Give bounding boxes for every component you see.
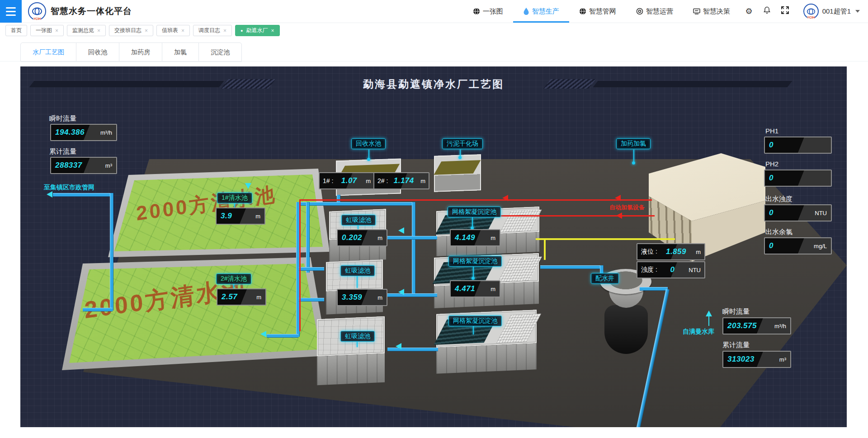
arrow-red-left-2 — [615, 195, 621, 201]
leader-dosing — [633, 150, 634, 162]
app-title: 智慧水务一体化平台 — [51, 5, 132, 17]
close-icon[interactable]: × — [55, 28, 58, 34]
ring-icon — [636, 8, 643, 15]
municipal-network-label: 至集镇区市政管网 — [44, 184, 94, 192]
leader-dot-recycle — [367, 158, 370, 161]
arrow-left-row2 — [398, 289, 404, 295]
tab-label: 勐遮水厂 — [246, 27, 268, 34]
nav-item-smart-production[interactable]: 智慧生产 — [513, 0, 569, 23]
leader-grid-2 — [473, 267, 474, 278]
inflow-total-label: 累计流量 — [722, 341, 750, 349]
siphon2-level-box: 3.359 m — [337, 289, 387, 306]
water-drop-icon — [523, 8, 529, 15]
pipe-outlet-to-pool2 — [83, 308, 113, 311]
outflow-instant-label: 瞬时流量 — [49, 114, 76, 123]
grid1-level-value: 4.149 — [455, 233, 475, 242]
inflow-instant-unit: m³/h — [774, 323, 786, 330]
well-turbidity-unit: NTU — [689, 267, 701, 273]
effluent-turbidity-box: 0 NTU — [764, 204, 832, 221]
subtab-process-diagram[interactable]: 水厂工艺图 — [21, 43, 76, 61]
tab-label: 交接班日志 — [114, 27, 142, 34]
subtab-dosing-room[interactable]: 加药房 — [119, 43, 162, 61]
close-icon[interactable]: × — [271, 28, 274, 34]
recycle-level1-box: 1# : 1.07 m — [319, 172, 375, 189]
tag-grid-3: 网格絮凝沉淀池 — [448, 316, 502, 326]
pipe-pool1-stub — [299, 267, 324, 271]
tab-label: 一张图 — [36, 27, 52, 34]
pipe-well-out — [640, 287, 668, 291]
user-menu[interactable]: YCIH 001超管1 — [797, 4, 860, 19]
tab-home[interactable]: 首页 — [5, 25, 27, 36]
tab-label: 监测总览 — [72, 27, 94, 34]
logo-text: YCIH — [33, 18, 41, 20]
recycle-level2-value: 1.174 — [394, 176, 414, 185]
subtab-recycle-pool[interactable]: 回收池 — [76, 43, 119, 61]
fullscreen-icon[interactable] — [776, 6, 794, 16]
residual-chlorine-label: 出水余氯 — [765, 228, 793, 236]
outflow-instant-unit: m³/h — [100, 129, 112, 136]
monitor-icon — [693, 8, 700, 15]
well-turbidity-box: 浊度 : 0 NTU — [637, 261, 705, 278]
notifications-bell-icon[interactable] — [758, 6, 776, 16]
pipe-pool2-feed — [267, 334, 298, 338]
arrow-left-outlet — [47, 191, 52, 198]
outflow-instant-value: 194.386 — [55, 128, 85, 137]
nav-item-smart-operation[interactable]: 智慧运营 — [626, 0, 683, 23]
tag-grid-2: 网格絮凝沉淀池 — [448, 256, 502, 267]
leader-dot-sludge — [458, 156, 462, 159]
leader-siphon-2 — [357, 276, 358, 288]
close-icon[interactable]: × — [97, 28, 100, 34]
tab-label: 调度日志 — [198, 27, 220, 34]
pipe-row3 — [387, 348, 438, 351]
subtab-chlorination[interactable]: 加氯 — [162, 43, 199, 61]
inflow-total-value: 313023 — [727, 355, 755, 364]
arrow-left-pool-feed — [260, 331, 266, 337]
primary-nav: 一张图 智慧生产 智慧管网 智慧运营 智慧决策 — [463, 0, 740, 23]
close-icon[interactable]: × — [145, 28, 148, 34]
hamburger-menu-button[interactable] — [0, 0, 22, 23]
well-level-label: 液位 : — [641, 248, 657, 256]
settings-gear-icon[interactable]: ⚙ — [740, 6, 758, 16]
tab-shift-log[interactable]: 交接班日志× — [109, 25, 153, 36]
tag-siphon-1: 虹吸滤池 — [341, 215, 376, 226]
inflow-total-box: 313023 m³ — [722, 351, 791, 368]
pipe-yellow-h — [536, 238, 675, 240]
tag-dosing: 加药加氯 — [616, 138, 651, 149]
tag-siphon-2: 虹吸滤池 — [340, 265, 375, 276]
leader-siphon-1 — [358, 226, 359, 229]
tab-duty-roster[interactable]: 值班表× — [156, 25, 190, 36]
well-turbidity-label: 浊度 : — [641, 266, 657, 274]
sludge-yard-structure — [434, 154, 481, 192]
tab-one-map[interactable]: 一张图× — [30, 25, 64, 36]
siphon2-level-value: 3.359 — [342, 293, 362, 302]
subtab-sedimentation[interactable]: 沉淀池 — [199, 43, 241, 61]
outflow-total-unit: m³ — [105, 162, 112, 169]
leader-grid-1 — [472, 217, 473, 227]
plant-subtabs: 水厂工艺图 回收池 加药房 加氯 沉淀池 — [20, 42, 242, 62]
ph2-label: PH2 — [765, 160, 778, 168]
arrow-red-left-1 — [502, 195, 508, 201]
leader-dot-grid-2 — [472, 277, 475, 280]
residual-chlorine-unit: mg/L — [814, 243, 827, 250]
recycle-level1-value: 1.07 — [341, 176, 357, 185]
reservoir-label: 自满曼水库 — [683, 328, 714, 336]
pipe-red-v — [299, 199, 301, 331]
tab-monitor-overview[interactable]: 监测总览× — [67, 25, 106, 36]
globe-icon — [473, 8, 480, 15]
tag-sludge-yard: 污泥干化场 — [442, 138, 483, 149]
outflow-instant-box: 194.386 m³/h — [50, 124, 117, 141]
tab-dispatch-log[interactable]: 调度日志× — [193, 25, 232, 36]
tab-mengzhe-plant[interactable]: ●勐遮水厂× — [235, 25, 279, 36]
close-icon[interactable]: × — [223, 28, 226, 34]
nav-item-smart-pipenet[interactable]: 智慧管网 — [569, 0, 626, 23]
nav-item-one-map[interactable]: 一张图 — [463, 0, 513, 23]
close-icon[interactable]: × — [181, 28, 184, 34]
avatar: YCIH — [803, 4, 819, 19]
pipe-to-well — [540, 265, 604, 269]
nav-item-smart-decision[interactable]: 智慧决策 — [683, 0, 740, 23]
tag-pool1: 1#清水池 — [217, 193, 252, 203]
pipe-poolfeed-v2 — [306, 202, 310, 273]
pool1-level-unit: m — [255, 213, 260, 220]
outflow-total-box: 288337 m³ — [50, 157, 117, 174]
tag-grid-1: 网格絮凝沉淀池 — [448, 207, 501, 217]
